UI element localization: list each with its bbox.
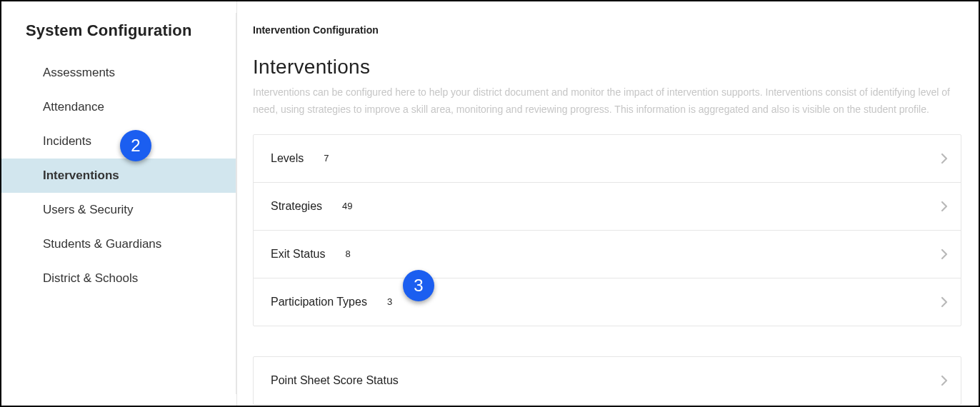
sidebar-item-users-security[interactable]: Users & Security	[1, 193, 236, 227]
annotation-badge-3: 3	[403, 270, 434, 301]
row-label: Participation Types	[271, 296, 367, 308]
sidebar-title: System Configuration	[1, 21, 236, 56]
main-content: Intervention Configuration Interventions…	[237, 1, 979, 406]
row-count: 7	[324, 153, 329, 164]
sidebar-item-attendance[interactable]: Attendance	[1, 90, 236, 124]
sidebar-item-interventions[interactable]: Interventions	[1, 159, 236, 193]
sidebar-divider	[236, 13, 236, 394]
row-participation-types[interactable]: Participation Types 3	[254, 278, 961, 326]
sidebar: System Configuration Assessments Attenda…	[1, 1, 237, 406]
row-count: 8	[345, 248, 350, 259]
panel-gap	[253, 326, 961, 341]
settings-panel-2: Point Sheet Score Status	[253, 356, 961, 405]
chevron-right-icon	[941, 248, 948, 260]
page-title: Interventions	[253, 56, 961, 79]
row-strategies[interactable]: Strategies 49	[254, 183, 961, 231]
row-levels[interactable]: Levels 7	[254, 135, 961, 183]
row-count: 49	[342, 201, 352, 211]
chevron-right-icon	[941, 375, 948, 386]
row-exit-status[interactable]: Exit Status 8	[254, 231, 961, 278]
sidebar-item-incidents[interactable]: Incidents	[1, 124, 236, 159]
chevron-right-icon	[941, 201, 948, 212]
row-label: Point Sheet Score Status	[271, 374, 399, 387]
row-point-sheet-score-status[interactable]: Point Sheet Score Status	[254, 357, 961, 404]
chevron-right-icon	[941, 153, 948, 164]
row-label: Strategies	[271, 200, 322, 213]
app-frame: System Configuration Assessments Attenda…	[0, 0, 980, 407]
chevron-right-icon	[941, 296, 948, 308]
row-count: 3	[387, 296, 392, 307]
sidebar-item-students-guardians[interactable]: Students & Guardians	[1, 227, 236, 261]
breadcrumb: Intervention Configuration	[253, 24, 961, 36]
annotation-badge-2: 2	[120, 130, 151, 161]
settings-panel: Levels 7 Strategies 49 Exit Status 8	[253, 134, 961, 326]
sidebar-item-district-schools[interactable]: District & Schools	[1, 261, 236, 296]
page-description: Interventions can be configured here to …	[253, 84, 961, 119]
row-label: Exit Status	[271, 248, 325, 261]
sidebar-item-assessments[interactable]: Assessments	[1, 56, 236, 90]
row-label: Levels	[271, 152, 304, 165]
